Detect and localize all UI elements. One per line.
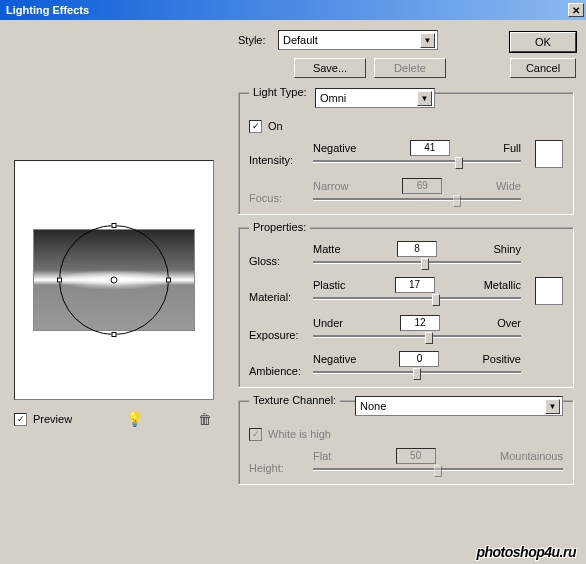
slider-thumb[interactable] (413, 368, 421, 380)
material-max: Metallic (484, 279, 521, 291)
height-max: Mountainous (500, 450, 563, 462)
white-is-high-checkbox: ✓ (249, 428, 262, 441)
preview-checkbox[interactable]: ✓ (14, 413, 27, 426)
ambient-color-swatch[interactable] (535, 277, 563, 305)
texture-channel-dropdown[interactable]: None ▼ (355, 396, 563, 416)
on-label: On (268, 120, 283, 132)
gloss-label: Gloss: (249, 241, 305, 267)
chevron-down-icon: ▼ (417, 91, 432, 106)
height-value: 50 (396, 448, 436, 464)
dialog-body: OK Cancel Style: Default ▼ Save... Delet… (0, 20, 586, 564)
properties-legend: Properties: (249, 221, 310, 233)
focus-max: Wide (496, 180, 521, 192)
exposure-value[interactable]: 12 (400, 315, 440, 331)
material-slider[interactable] (313, 297, 521, 300)
slider-thumb (434, 465, 442, 477)
on-checkbox[interactable]: ✓ (249, 120, 262, 133)
exposure-label: Exposure: (249, 315, 305, 341)
exposure-min: Under (313, 317, 343, 329)
style-value: Default (283, 34, 318, 46)
close-button[interactable]: ✕ (568, 3, 584, 17)
save-button[interactable]: Save... (294, 58, 366, 78)
handle-top[interactable] (112, 223, 117, 228)
lightbulb-icon[interactable]: 💡 (125, 410, 143, 428)
intensity-min: Negative (313, 142, 356, 154)
light-handle-circle[interactable] (59, 225, 169, 335)
gloss-value[interactable]: 8 (397, 241, 437, 257)
light-type-legend: Light Type: (249, 86, 320, 98)
material-min: Plastic (313, 279, 345, 291)
slider-thumb[interactable] (432, 294, 440, 306)
slider-thumb[interactable] (425, 332, 433, 344)
intensity-slider[interactable] (313, 160, 521, 163)
gloss-slider[interactable] (313, 261, 521, 264)
delete-button: Delete (374, 58, 446, 78)
gloss-max: Shiny (493, 243, 521, 255)
slider-thumb[interactable] (455, 157, 463, 169)
exposure-max: Over (497, 317, 521, 329)
ambience-slider[interactable] (313, 371, 521, 374)
slider-thumb[interactable] (421, 258, 429, 270)
exposure-slider[interactable] (313, 335, 521, 338)
watermark-text: photoshop4u.ru (476, 544, 576, 560)
focus-slider (313, 198, 521, 201)
intensity-label: Intensity: (249, 140, 305, 166)
ambience-label: Ambience: (249, 351, 305, 377)
white-is-high-label: White is high (268, 428, 331, 440)
texture-legend: Texture Channel: (249, 394, 340, 406)
chevron-down-icon: ▼ (420, 33, 435, 48)
ambience-value[interactable]: 0 (399, 351, 439, 367)
light-type-group: Light Type: Omni ▼ ✓ On Intensity: Negat… (238, 86, 574, 215)
slider-thumb (453, 195, 461, 207)
chevron-down-icon: ▼ (545, 399, 560, 414)
handle-left[interactable] (57, 278, 62, 283)
material-label: Material: (249, 277, 305, 303)
light-type-value: Omni (320, 92, 346, 104)
intensity-max: Full (503, 142, 521, 154)
trash-icon[interactable]: 🗑 (196, 410, 214, 428)
preview-label: Preview (33, 413, 72, 425)
height-label: Height: (249, 448, 305, 474)
title-bar: Lighting Effects ✕ (0, 0, 586, 20)
handle-bottom[interactable] (112, 332, 117, 337)
intensity-value[interactable]: 41 (410, 140, 450, 156)
light-color-swatch[interactable] (535, 140, 563, 168)
properties-group: Properties: Gloss: Matte 8 Shiny Materia… (238, 221, 574, 388)
window-title: Lighting Effects (6, 4, 89, 16)
height-slider (313, 468, 563, 471)
height-min: Flat (313, 450, 331, 462)
material-value[interactable]: 17 (395, 277, 435, 293)
light-type-dropdown[interactable]: Omni ▼ (315, 88, 435, 108)
focus-value: 69 (402, 178, 442, 194)
handle-center[interactable] (111, 277, 118, 284)
texture-channel-value: None (360, 400, 386, 412)
handle-right[interactable] (166, 278, 171, 283)
texture-group: Texture Channel: None ▼ ✓ White is high … (238, 394, 574, 485)
gloss-min: Matte (313, 243, 341, 255)
style-dropdown[interactable]: Default ▼ (278, 30, 438, 50)
preview-canvas[interactable] (14, 160, 214, 400)
focus-min: Narrow (313, 180, 348, 192)
focus-label: Focus: (249, 178, 305, 204)
style-label: Style: (238, 34, 270, 46)
ambience-max: Positive (482, 353, 521, 365)
ambience-min: Negative (313, 353, 356, 365)
